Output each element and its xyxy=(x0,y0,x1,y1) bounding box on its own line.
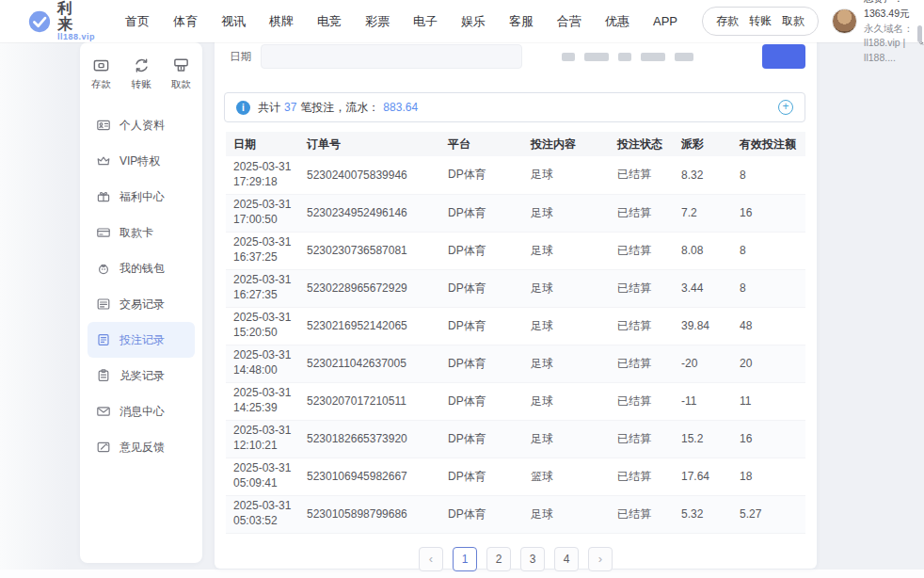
cell-payout: 39.84 xyxy=(674,307,732,345)
nav-item-app[interactable]: APP xyxy=(653,14,677,28)
avatar[interactable] xyxy=(832,8,857,34)
cell-platform: DP体育 xyxy=(440,232,523,269)
cell-status: 已结算 xyxy=(610,495,674,533)
bet-records-table: 日期 订单号 平台 投注内容 投注状态 派彩 有效投注额 2025-03-311… xyxy=(226,132,805,534)
cell-order: 5230234952496146 xyxy=(299,194,440,232)
expand-plus-icon[interactable]: + xyxy=(778,100,793,115)
sidebar-item-transactions[interactable]: 交易记录 xyxy=(88,286,195,322)
sidebar-item-label: 消息中心 xyxy=(119,404,165,420)
table-row: 2025-03-3116:27:35 5230228965672929 DP体育… xyxy=(226,269,805,307)
cell-time: 15:20:50 xyxy=(233,326,299,341)
sidebar-item-profile[interactable]: 个人资料 xyxy=(88,107,195,143)
cell-content: 足球 xyxy=(523,232,610,269)
cell-payout: 7.2 xyxy=(674,194,732,232)
transfer-icon xyxy=(133,56,151,74)
nav-item-entertainment[interactable]: 娱乐 xyxy=(461,13,486,30)
cell-status: 已结算 xyxy=(610,232,674,269)
cell-date: 2025-03-31 xyxy=(233,386,299,401)
filter-options[interactable] xyxy=(562,53,693,61)
nav-item-live[interactable]: 视讯 xyxy=(221,13,246,30)
sidebar-menu: 个人资料 VIP特权 福利中心 取款卡 我的钱包 xyxy=(80,100,202,473)
cell-date: 2025-03-31 xyxy=(233,311,299,326)
cell-status: 已结算 xyxy=(610,269,674,307)
sidebar-item-prize-records[interactable]: 兑奖记录 xyxy=(88,358,195,393)
filter-option-glyph[interactable] xyxy=(562,53,575,61)
cell-content: 足球 xyxy=(523,345,610,382)
transfer-link[interactable]: 转账 xyxy=(749,13,772,29)
brand-logo[interactable]: 利 来 ll188.vip xyxy=(28,1,99,42)
sidebar-item-label: 兑奖记录 xyxy=(119,368,165,384)
prev-page-button[interactable]: ‹ xyxy=(419,547,443,571)
nav-item-chess[interactable]: 棋牌 xyxy=(269,13,294,30)
sidebar-item-vip[interactable]: VIP特权 xyxy=(88,143,195,179)
page-button-3[interactable]: 3 xyxy=(520,547,545,571)
sidebar-quick-transfer[interactable]: 转账 xyxy=(132,56,151,91)
nav-item-partnership[interactable]: 合营 xyxy=(557,13,581,30)
nav-item-sports[interactable]: 体育 xyxy=(173,13,198,30)
deposit-link[interactable]: 存款 xyxy=(716,13,739,29)
user-info[interactable]: anxin3399总资产：1363.49元 永久域名：ll188.vip | l… xyxy=(832,0,924,66)
nav-item-home[interactable]: 首页 xyxy=(125,13,150,30)
cell-payout: 3.44 xyxy=(674,269,732,307)
vip-crown-icon xyxy=(96,153,111,169)
sidebar-item-label: VIP特权 xyxy=(119,153,160,169)
sidebar-item-message-center[interactable]: 消息中心 xyxy=(88,393,195,429)
summary-middle: 笔投注，流水： xyxy=(300,101,379,114)
cell-platform: DP体育 xyxy=(440,194,523,232)
table-row: 2025-03-3117:00:50 5230234952496146 DP体育… xyxy=(226,194,805,232)
cell-date: 2025-03-31 xyxy=(233,424,299,439)
cell-status: 已结算 xyxy=(610,420,674,458)
cell-content: 篮球 xyxy=(523,458,610,495)
cell-order: 5230211042637005 xyxy=(299,345,440,382)
cell-time: 14:48:00 xyxy=(233,363,299,378)
cell-valid: 16 xyxy=(732,420,805,458)
cell-content: 足球 xyxy=(523,269,610,307)
scrollbar-thumb[interactable] xyxy=(917,25,922,42)
search-button[interactable] xyxy=(762,44,805,69)
sidebar-item-bet-records[interactable]: 投注记录 xyxy=(88,322,195,358)
nav-item-lottery[interactable]: 彩票 xyxy=(365,13,390,30)
cell-content: 足球 xyxy=(523,420,610,458)
cell-status: 已结算 xyxy=(610,458,674,495)
nav-item-esports[interactable]: 电竞 xyxy=(317,13,342,30)
nav-item-promos[interactable]: 优惠 xyxy=(605,13,629,30)
feedback-icon xyxy=(96,440,111,455)
filter-option-glyph[interactable] xyxy=(641,53,665,61)
withdraw-link[interactable]: 取款 xyxy=(782,13,805,29)
page-button-4[interactable]: 4 xyxy=(554,547,579,571)
date-range-input[interactable] xyxy=(261,44,522,69)
cell-order: 5230228965672929 xyxy=(299,269,440,307)
cell-order: 5230216952142065 xyxy=(299,307,440,345)
sidebar-item-wallet[interactable]: 我的钱包 xyxy=(88,250,195,286)
sidebar-item-feedback[interactable]: 意见反馈 xyxy=(88,429,195,465)
filter-option-glyph[interactable] xyxy=(618,53,631,61)
nav-item-slots[interactable]: 电子 xyxy=(413,13,438,30)
prize-records-icon xyxy=(96,368,111,383)
sidebar-item-withdraw-card[interactable]: 取款卡 xyxy=(88,215,195,250)
sidebar-quick-deposit[interactable]: 存款 xyxy=(91,56,111,91)
bank-card-icon xyxy=(96,225,111,240)
table-header-row: 日期 订单号 平台 投注内容 投注状态 派彩 有效投注额 xyxy=(226,132,805,156)
cell-time: 14:25:39 xyxy=(233,401,299,416)
top-navigation: 利 来 ll188.vip 首页 体育 视讯 棋牌 电竞 彩票 电子 娱乐 客服… xyxy=(0,0,924,42)
cell-platform: DP体育 xyxy=(440,382,523,420)
sidebar-item-label: 福利中心 xyxy=(119,189,165,205)
page-button-1[interactable]: 1 xyxy=(453,547,477,571)
cell-valid: 48 xyxy=(732,307,805,345)
cell-order: 5230106945982667 xyxy=(299,458,440,495)
cell-valid: 8 xyxy=(732,156,805,194)
cell-platform: DP体育 xyxy=(440,495,523,533)
filter-option-glyph[interactable] xyxy=(584,53,609,61)
sidebar-quick-withdraw[interactable]: 取款 xyxy=(171,56,191,91)
brand-logo-icon xyxy=(28,8,51,35)
cell-order: 5230207017210511 xyxy=(299,382,440,420)
cell-order: 5230240075839946 xyxy=(299,156,440,194)
next-page-button[interactable]: › xyxy=(588,547,613,571)
filter-option-glyph[interactable] xyxy=(675,53,693,61)
cell-payout: 8.32 xyxy=(674,156,732,194)
cell-valid: 16 xyxy=(732,194,805,232)
sidebar-item-welfare[interactable]: 福利中心 xyxy=(88,179,195,215)
nav-item-service[interactable]: 客服 xyxy=(509,13,534,30)
page-button-2[interactable]: 2 xyxy=(486,547,511,571)
cell-date: 2025-03-31 xyxy=(233,198,299,213)
